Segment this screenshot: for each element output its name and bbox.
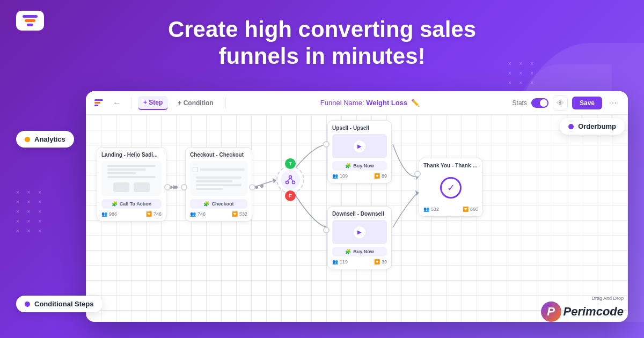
- thankyou-title: Thank You - Thank You: [423, 163, 478, 168]
- downsell-node[interactable]: Downsell - Downsell ▶ 🧩 Buy Now 👥 119 🔽 …: [327, 206, 392, 269]
- branding-p-icon: P: [541, 302, 561, 322]
- downsell-stats: 👥 119 🔽 39: [332, 259, 387, 264]
- downsell-title: Downsell - Downsell: [332, 211, 387, 217]
- toolbar-logo: [94, 99, 103, 106]
- preview-line: [107, 165, 156, 167]
- condition-node[interactable]: T F: [276, 166, 304, 194]
- branding-drag-drop: Drag And Drop: [541, 296, 624, 302]
- svg-line-4: [253, 180, 275, 187]
- logo-funnel-icon: [23, 15, 38, 26]
- checkout-stats: 👥 746 🔽 532: [190, 211, 247, 217]
- back-button[interactable]: ←: [109, 96, 125, 110]
- upsell-node[interactable]: Upsell - Upsell ▶ 🧩 Buy Now 👥 109 🔽 89: [327, 120, 392, 183]
- branding: Drag And Drop P Perimcode: [541, 296, 624, 322]
- upsell-video-preview: ▶: [332, 134, 387, 158]
- thankyou-stats: 👥 532 🔽 660: [423, 207, 478, 212]
- save-button[interactable]: Save: [572, 97, 602, 109]
- orderbump-label: Orderbump: [560, 118, 625, 135]
- landing-node[interactable]: Landing - Hello Sadi... 🧩 Call To Action: [97, 147, 166, 222]
- play-icon-downsell: ▶: [354, 226, 365, 238]
- checkout-action-bar: 🧩 Checkout: [190, 199, 247, 209]
- step-button[interactable]: + Step: [138, 96, 168, 110]
- svg-point-19: [286, 181, 289, 184]
- more-button[interactable]: ⋯: [606, 97, 619, 109]
- thankyou-visitors: 👥 532: [423, 207, 439, 212]
- checkout-node[interactable]: Checkout - Checkout 🧩 Checkout: [185, 147, 252, 222]
- checkout-visitors: 👥 746: [190, 211, 206, 217]
- play-icon: ▶: [354, 141, 365, 152]
- hero-title: Create high converting sales funnels in …: [0, 16, 644, 70]
- thankyou-conversions: 🔽 660: [463, 207, 478, 212]
- landing-action-bar: 🧩 Call To Action: [101, 199, 162, 209]
- preview-line: [107, 172, 136, 174]
- conditional-dot: [25, 302, 30, 307]
- condition-true: T: [285, 158, 296, 169]
- preview-line: [107, 168, 146, 171]
- landing-visitors: 👥 986: [101, 211, 117, 217]
- svg-marker-1: [173, 185, 177, 189]
- condition-inner: [281, 170, 300, 189]
- upsell-visitors: 👥 109: [332, 173, 348, 179]
- stats-toggle[interactable]: [531, 98, 548, 108]
- condition-false: F: [285, 190, 296, 201]
- svg-point-7: [260, 185, 264, 188]
- svg-point-18: [289, 176, 292, 179]
- check-circle-icon: ✓: [440, 177, 462, 199]
- landing-conversions: 🔽 746: [146, 211, 162, 217]
- orderbump-dot: [568, 124, 574, 129]
- dots-left: × × ×× × ×× × ×× × ×× × ×: [16, 188, 45, 236]
- eye-button[interactable]: 👁: [553, 95, 568, 111]
- checkout-conversions: 🔽 532: [232, 211, 247, 217]
- svg-point-3: [174, 186, 178, 189]
- stats-label: Stats: [513, 99, 527, 107]
- downsell-video-preview: ▶: [332, 220, 387, 244]
- landing-stats: 👥 986 🔽 746: [101, 211, 162, 217]
- branding-name: Perimcode: [564, 305, 624, 319]
- app-logo: [16, 11, 44, 31]
- svg-point-6: [255, 186, 258, 189]
- downsell-visitors: 👥 119: [332, 259, 348, 264]
- condition-circle: [276, 166, 304, 194]
- upsell-stats: 👥 109 🔽 89: [332, 173, 387, 179]
- landing-title: Landing - Hello Sadi...: [101, 152, 162, 158]
- preview-line: [107, 176, 156, 178]
- toolbar-divider-1: [131, 98, 131, 108]
- svg-line-21: [287, 178, 290, 181]
- funnel-name: Funnel Name: Weight Loss ✏️: [232, 99, 508, 107]
- share-icon: [285, 174, 296, 185]
- upsell-conversions: 🔽 89: [374, 173, 387, 179]
- upsell-title: Upsell - Upsell: [332, 125, 387, 131]
- toolbar-divider-2: [225, 98, 226, 108]
- toolbar: ← + Step + Condition Funnel Name: Weight…: [86, 91, 628, 115]
- conditional-steps-label: Conditional Steps: [16, 296, 103, 312]
- svg-line-22: [290, 178, 294, 181]
- svg-marker-5: [273, 178, 276, 183]
- analytics-label: Analytics: [16, 131, 74, 148]
- canvas-grid[interactable]: Landing - Hello Sadi... 🧩 Call To Action: [86, 115, 628, 322]
- checkout-preview: [190, 161, 247, 196]
- downsell-conversions: 🔽 39: [374, 259, 387, 264]
- hero-section: Create high converting sales funnels in …: [0, 16, 644, 70]
- checkout-title: Checkout - Checkout: [190, 152, 247, 158]
- landing-preview: [101, 161, 162, 196]
- analytics-dot: [25, 137, 30, 142]
- svg-point-20: [292, 181, 295, 184]
- canvas-container: ← + Step + Condition Funnel Name: Weight…: [86, 91, 628, 322]
- svg-point-2: [169, 186, 172, 189]
- condition-button[interactable]: + Condition: [172, 97, 218, 109]
- upsell-action-bar: 🧩 Buy Now: [332, 161, 387, 171]
- toolbar-right: Stats 👁 Save ⋯: [513, 95, 619, 111]
- thankyou-checkmark: ✓: [423, 172, 478, 204]
- thankyou-node[interactable]: Thank You - Thank You ✓ 👥 532 🔽 660: [419, 158, 483, 217]
- downsell-action-bar: 🧩 Buy Now: [332, 247, 387, 256]
